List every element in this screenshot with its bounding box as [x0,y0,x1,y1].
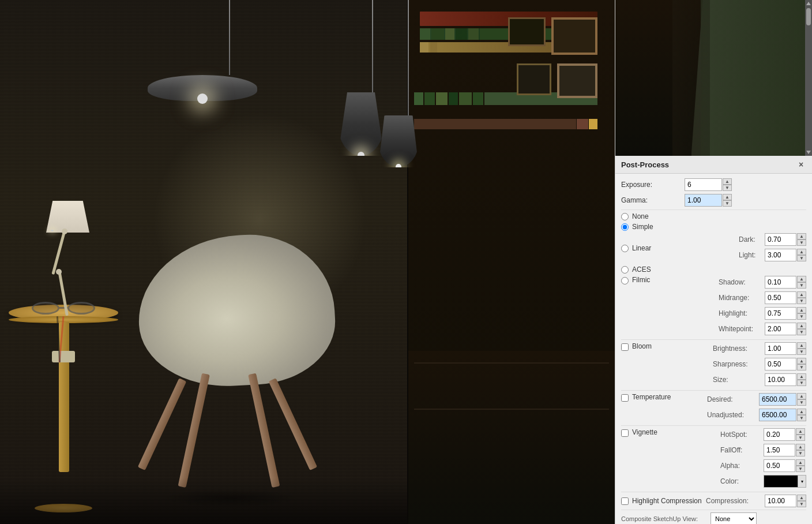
vignette-alpha-input[interactable] [764,459,795,472]
compression-down[interactable]: ▼ [797,501,806,507]
tone-none-label[interactable]: None [632,212,649,220]
linear-light-spin-down[interactable]: ▼ [797,255,806,261]
filmic-whitepoint-up[interactable]: ▲ [797,323,806,329]
compression-input[interactable] [765,495,796,507]
linear-dark-input[interactable] [765,233,796,246]
exposure-spin-up[interactable]: ▲ [723,178,732,185]
compression-label: Compression: [706,497,764,505]
gamma-spin-down[interactable]: ▼ [723,200,732,207]
linear-dark-spin-up[interactable]: ▲ [797,233,806,239]
vignette-falloff-input[interactable] [764,444,795,456]
bloom-checkbox[interactable] [621,343,629,351]
highlight-compression-checkbox[interactable] [621,497,629,505]
scroll-thumb[interactable] [806,8,811,25]
tone-linear-radio[interactable] [621,245,629,252]
highlight-compression-section: Highlight Compression Compression: ▲ ▼ [621,495,806,507]
thumbnail-scrollbar[interactable] [805,0,812,156]
divider-6 [621,510,806,510]
filmic-highlight-down[interactable]: ▼ [797,313,806,320]
vignette-alpha-up[interactable]: ▲ [796,459,805,466]
vignette-hotspot-up[interactable]: ▲ [796,428,805,435]
exposure-spinner: ▲ ▼ [723,178,732,191]
composite-label: Composite SketchUp View: [621,515,710,522]
bloom-brightness-down[interactable]: ▼ [797,349,806,355]
bloom-size-down[interactable]: ▼ [797,380,806,386]
tone-filmic-label[interactable]: Filmic [632,276,650,284]
filmic-shadow-spinner: ▲ ▼ [797,276,806,289]
temp-desired-label: Desired: [707,395,759,403]
temperature-label[interactable]: Temperature [632,393,671,401]
filmic-shadow-down[interactable]: ▼ [797,282,806,289]
bloom-brightness-label: Brightness: [713,345,765,353]
bloom-size-up[interactable]: ▲ [797,373,806,380]
temperature-checkbox[interactable] [621,394,629,402]
compression-up[interactable]: ▲ [797,495,806,501]
desk-lamp [17,201,104,362]
linear-light-spin-up[interactable]: ▲ [797,249,806,255]
vignette-params: HotSpot: ▲ ▼ FallOff: [720,428,806,489]
tone-simple-label[interactable]: Simple [632,223,653,231]
filmic-shadow-up[interactable]: ▲ [797,276,806,282]
bloom-sharpness-wrap: ▲ ▼ [765,358,806,370]
filmic-whitepoint-down[interactable]: ▼ [797,329,806,335]
bloom-sharpness-down[interactable]: ▼ [797,364,806,370]
vignette-label[interactable]: Vignette [632,428,657,436]
exposure-spin-down[interactable]: ▼ [723,185,732,191]
bloom-label[interactable]: Bloom [632,342,652,350]
linear-dark-spin-down[interactable]: ▼ [797,239,806,246]
tone-linear-label[interactable]: Linear [632,244,651,252]
tone-aces-label[interactable]: ACES [632,265,651,274]
vignette-alpha-down[interactable]: ▼ [796,466,805,472]
highlight-compression-header: Highlight Compression Compression: ▲ ▼ [621,495,806,507]
tone-none-radio[interactable] [621,213,629,220]
linear-dark-row: Dark: ▲ ▼ [739,233,806,246]
vignette-falloff-down[interactable]: ▼ [796,450,805,456]
linear-light-input[interactable] [765,249,796,261]
right-panel: Post-Process × Exposure: ▲ ▼ Gamma: [615,0,812,524]
tone-filmic-radio[interactable] [621,277,629,285]
temp-unadjusted-down[interactable]: ▼ [797,415,806,421]
panel-title: Post-Process [621,160,669,169]
temp-desired-input[interactable] [759,393,796,406]
bloom-sharpness-spinner: ▲ ▼ [797,358,806,370]
filmic-whitepoint-input[interactable] [765,323,796,335]
bloom-brightness-up[interactable]: ▲ [797,342,806,349]
bloom-sharpness-up[interactable]: ▲ [797,358,806,364]
exposure-label: Exposure: [621,181,685,189]
filmic-highlight-wrap: ▲ ▼ [765,307,806,320]
filmic-highlight-up[interactable]: ▲ [797,307,806,313]
gamma-input[interactable] [685,194,722,207]
vignette-falloff-up[interactable]: ▲ [796,444,805,450]
vignette-color-dropdown[interactable]: ▾ [798,475,806,488]
highlight-compression-label[interactable]: Highlight Compression [632,497,702,505]
temp-unadjusted-up[interactable]: ▲ [797,409,806,415]
bloom-size-input[interactable] [765,373,796,386]
temp-unadjusted-label: Unadjusted: [707,411,759,419]
vignette-hotspot-input[interactable] [764,428,795,441]
bloom-sharpness-input[interactable] [765,358,796,370]
filmic-midrange-up[interactable]: ▲ [797,291,806,298]
filmic-shadow-input[interactable] [765,276,796,289]
tone-simple-radio[interactable] [621,223,629,231]
filmic-midrange-down[interactable]: ▼ [797,298,806,304]
scroll-down-arrow[interactable] [806,151,811,154]
close-button[interactable]: × [796,159,806,170]
gamma-spin-up[interactable]: ▲ [723,194,732,200]
bloom-section: Bloom Brightness: ▲ ▼ [621,342,806,388]
temp-desired-up[interactable]: ▲ [797,393,806,399]
filmic-highlight-label: Highlight: [719,309,765,317]
temp-unadjusted-input[interactable] [759,409,796,421]
bloom-brightness-input[interactable] [765,342,796,355]
filmic-highlight-input[interactable] [765,307,796,320]
divider-4 [621,425,806,426]
tone-aces-radio[interactable] [621,266,629,274]
composite-select[interactable]: None [710,512,757,524]
scroll-up-arrow[interactable] [806,2,811,5]
vignette-color-swatch[interactable] [764,475,798,488]
temp-desired-down[interactable]: ▼ [797,399,806,406]
exposure-input[interactable] [685,178,722,191]
divider-1 [621,209,806,210]
vignette-hotspot-down[interactable]: ▼ [796,435,805,441]
vignette-checkbox[interactable] [621,429,629,437]
filmic-midrange-input[interactable] [765,291,796,304]
